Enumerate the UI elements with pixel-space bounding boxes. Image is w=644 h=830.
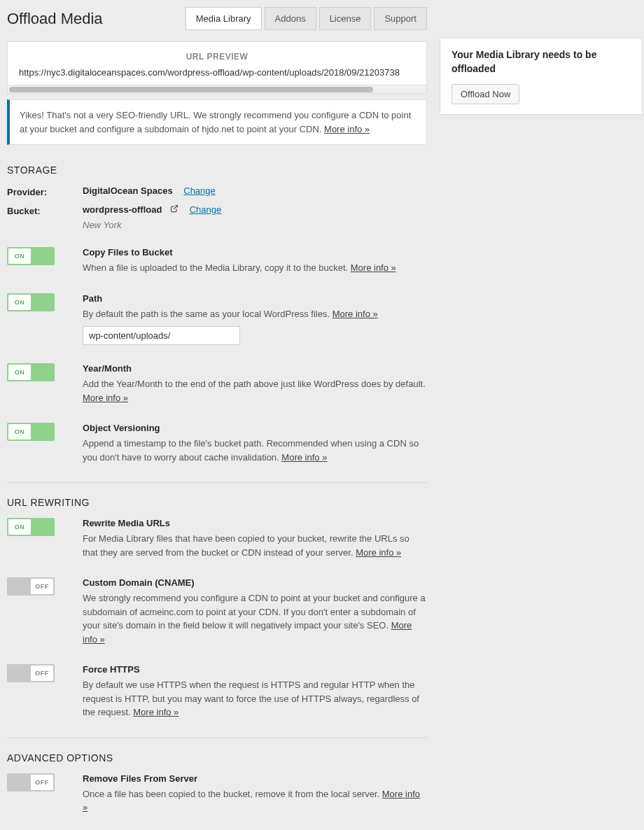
yearmonth-title: Year/Month	[83, 363, 427, 374]
toggle-knob: OFF	[31, 775, 53, 790]
path-input[interactable]	[83, 326, 240, 345]
remove-desc: Once a file has been copied to the bucke…	[83, 787, 427, 815]
divider	[7, 738, 427, 738]
toggle-path[interactable]: ON	[7, 293, 55, 311]
remove-desc-text: Once a file has been copied to the bucke…	[83, 789, 382, 799]
seo-notice-more-info[interactable]: More info »	[324, 124, 370, 134]
toggle-remove-files[interactable]: OFF	[7, 773, 55, 792]
toggle-knob: ON	[8, 248, 31, 264]
versioning-title: Object Versioning	[83, 423, 427, 433]
remove-title: Remove Files From Server	[83, 773, 427, 784]
offload-now-button[interactable]: Offload Now	[451, 84, 519, 104]
provider-value: DigitalOcean Spaces	[83, 185, 173, 196]
url-preview-text: https://nyc3.digitaloceanspaces.com/word…	[8, 67, 426, 85]
path-desc-text: By default the path is the same as your …	[83, 309, 332, 319]
bucket-change-link[interactable]: Change	[190, 204, 222, 215]
bucket-value: wordpress-offload	[83, 204, 162, 215]
versioning-desc: Append a timestamp to the file's bucket …	[83, 437, 427, 464]
toggle-knob: ON	[8, 295, 31, 310]
path-more-info[interactable]: More info »	[332, 309, 378, 319]
offload-sidebar-title: Your Media Library needs to be offloaded	[451, 48, 631, 76]
copy-files-desc: When a file is uploaded to the Media Lib…	[83, 261, 427, 275]
cname-desc-text: We strongly recommend you configure a CD…	[83, 593, 426, 631]
toggle-custom-domain[interactable]: OFF	[7, 577, 55, 596]
copy-files-desc-text: When a file is uploaded to the Media Lib…	[83, 262, 351, 273]
section-storage: STORAGE	[7, 164, 427, 176]
yearmonth-more-info[interactable]: More info »	[83, 393, 128, 403]
versioning-desc-text: Append a timestamp to the file's bucket …	[83, 438, 419, 463]
rewrite-title: Rewrite Media URLs	[83, 518, 427, 528]
provider-change-link[interactable]: Change	[183, 185, 216, 196]
toggle-copy-files[interactable]: ON	[7, 247, 55, 265]
cname-title: Custom Domain (CNAME)	[83, 577, 427, 588]
offload-sidebar-panel: Your Media Library needs to be offloaded…	[440, 38, 643, 115]
scrollbar-thumb[interactable]	[9, 87, 373, 92]
toggle-force-https[interactable]: OFF	[7, 664, 55, 682]
bucket-label: Bucket:	[7, 204, 83, 216]
yearmonth-desc-text: Add the Year/Month to the end of the pat…	[83, 379, 426, 389]
versioning-more-info[interactable]: More info »	[281, 452, 327, 463]
toggle-knob: ON	[8, 519, 31, 535]
tab-bar: Media Library Addons License Support	[186, 7, 427, 30]
yearmonth-desc: Add the Year/Month to the end of the pat…	[83, 377, 427, 405]
tab-license[interactable]: License	[319, 7, 372, 30]
toggle-rewrite-urls[interactable]: ON	[7, 518, 55, 536]
tab-addons[interactable]: Addons	[265, 7, 316, 30]
seo-notice: Yikes! That's not a very SEO-friendly UR…	[7, 99, 427, 145]
copy-files-more-info[interactable]: More info »	[351, 262, 396, 273]
https-title: Force HTTPS	[83, 664, 427, 675]
bucket-region: New York	[83, 220, 221, 230]
toggle-knob: OFF	[31, 666, 53, 681]
divider	[7, 482, 427, 483]
rewrite-more-info[interactable]: More info »	[356, 547, 401, 558]
section-advanced: ADVANCED OPTIONS	[7, 752, 427, 764]
rewrite-desc: For Media Library files that have been c…	[83, 532, 427, 559]
svg-line-0	[174, 206, 178, 210]
path-title: Path	[83, 293, 427, 304]
section-url-rewriting: URL REWRITING	[7, 497, 427, 508]
toggle-knob: ON	[8, 424, 31, 439]
tab-media-library[interactable]: Media Library	[186, 7, 262, 30]
url-preview-panel: URL PREVIEW https://nyc3.digitaloceanspa…	[7, 41, 427, 94]
https-desc: By default we use HTTPS when the request…	[83, 678, 427, 719]
external-link-icon[interactable]	[170, 204, 178, 215]
https-more-info[interactable]: More info »	[133, 707, 178, 717]
toggle-versioning[interactable]: ON	[7, 423, 55, 441]
copy-files-title: Copy Files to Bucket	[83, 247, 427, 258]
provider-label: Provider:	[7, 185, 83, 197]
tab-support[interactable]: Support	[374, 7, 427, 30]
cname-desc: We strongly recommend you configure a CD…	[83, 591, 427, 646]
toggle-knob: ON	[8, 365, 31, 380]
toggle-knob: OFF	[31, 579, 53, 594]
toggle-year-month[interactable]: ON	[7, 363, 55, 381]
path-desc: By default the path is the same as your …	[83, 307, 427, 321]
page-title: Offload Media	[7, 10, 103, 28]
url-preview-scrollbar[interactable]	[8, 85, 426, 93]
url-preview-label: URL PREVIEW	[8, 42, 426, 67]
